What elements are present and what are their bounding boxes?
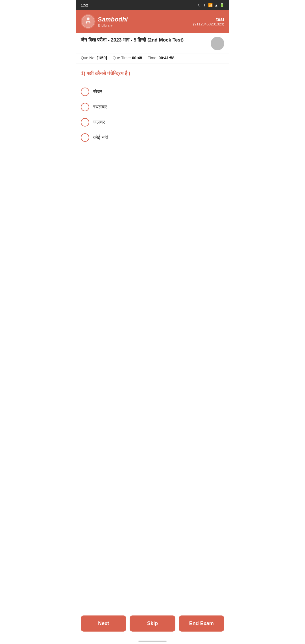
logo-circle (81, 14, 95, 29)
battery-icon: 🔋 (220, 3, 224, 7)
option-b[interactable]: स्थलचर (81, 102, 224, 112)
option-b-radio[interactable] (81, 103, 89, 111)
que-time-value: 00:48 (132, 56, 142, 60)
header-user-id: (91123453231323) (193, 22, 224, 26)
que-no-stat: Que No: [1/50] (81, 56, 107, 60)
option-b-label: स्थलचर (93, 104, 107, 110)
exam-title-section: जैन विद्या परीक्षा - 2023 भाग - 5 हिन्दी… (76, 33, 229, 53)
svg-point-1 (87, 18, 90, 20)
exam-title: जैन विद्या परीक्षा - 2023 भाग - 5 हिन्दी… (81, 37, 211, 43)
status-time: 1:52 (81, 3, 88, 7)
skip-button[interactable]: Skip (130, 615, 175, 632)
option-d-radio[interactable] (81, 133, 89, 142)
avatar (211, 37, 224, 50)
home-indicator (76, 638, 229, 644)
option-a[interactable]: खेचर (81, 86, 224, 97)
time-value: 00:41:58 (159, 56, 175, 60)
header-user-label: test (193, 17, 224, 22)
app-header: Sambodhi E-Library test (91123453231323) (76, 10, 229, 33)
stats-row: Que No: [1/50] Que Time: 00:48 Time: 00:… (76, 53, 229, 64)
logo-main-text: Sambodhi (98, 16, 128, 24)
option-c-radio[interactable] (81, 118, 89, 127)
status-bar: 1:52 🛡 ⬇ 📶 ▲ 🔋 (76, 0, 229, 10)
status-icons: 🛡 ⬇ 📶 ▲ 🔋 (198, 3, 224, 7)
time-stat: Time: 00:41:58 (148, 56, 175, 60)
home-bar (138, 641, 167, 642)
shield-icon: 🛡 (198, 3, 202, 7)
que-no-value: [1/50] (97, 56, 107, 60)
question-area: 1) पक्षी कौनसे पंचेन्द्रिय है। खेचर स्थल… (76, 64, 229, 380)
option-a-label: खेचर (93, 89, 102, 95)
logo-sub-text: E-Library (98, 23, 128, 27)
option-c[interactable]: जलचर (81, 117, 224, 128)
end-exam-button[interactable]: End Exam (179, 615, 224, 632)
logo-section: Sambodhi E-Library (81, 14, 128, 29)
logo-text-block: Sambodhi E-Library (98, 16, 128, 28)
time-label: Time: (148, 56, 157, 60)
option-a-radio[interactable] (81, 88, 89, 96)
bottom-bar: Next Skip End Exam (76, 611, 229, 638)
que-time-stat: Que Time: 00:48 (113, 56, 142, 60)
download-icon: ⬇ (203, 3, 206, 7)
next-button[interactable]: Next (81, 615, 126, 632)
option-d[interactable]: कोई नहीं (81, 132, 224, 143)
que-no-label: Que No: (81, 56, 95, 60)
options-list: खेचर स्थलचर जलचर कोई नहीं (81, 86, 224, 143)
question-text: 1) पक्षी कौनसे पंचेन्द्रिय है। (81, 70, 224, 77)
que-time-label: Que Time: (113, 56, 131, 60)
header-user-info: test (91123453231323) (193, 17, 224, 26)
option-c-label: जलचर (93, 119, 105, 125)
option-d-label: कोई नहीं (93, 135, 108, 140)
wifi-icon: ▲ (214, 3, 218, 7)
sim-icon: 📶 (208, 3, 213, 7)
sambodhi-logo (82, 15, 95, 28)
